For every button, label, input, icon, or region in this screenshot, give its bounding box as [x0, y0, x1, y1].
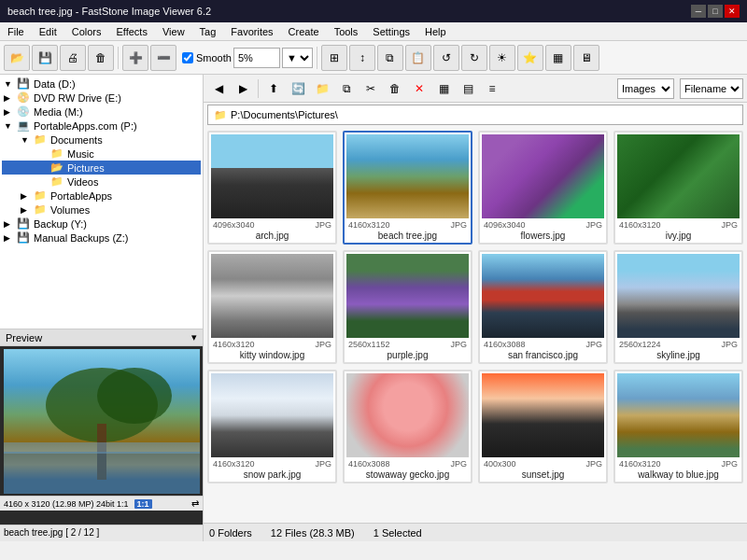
tree-folder-icon: 📀 [17, 91, 30, 104]
tree-item-8[interactable]: ▶📁PortableApps [2, 189, 201, 203]
menu-item-file[interactable]: File [4, 25, 28, 38]
paste-button[interactable]: 📋 [405, 45, 431, 71]
tree-item-label: Volumes [50, 204, 90, 216]
tree-expand-icon[interactable]: ▶ [21, 191, 32, 201]
tree-expand-icon[interactable]: ▼ [21, 135, 32, 145]
fit-button[interactable]: ⊞ [321, 45, 347, 71]
thumb-image [211, 134, 333, 218]
smooth-checkbox[interactable] [182, 52, 193, 63]
thumb-item-8[interactable]: 4160x3120JPGsnow park.jpg [207, 370, 337, 483]
zoom-arrow-select[interactable]: ▼ [282, 48, 313, 68]
new-folder-button[interactable]: 📁 [311, 77, 333, 100]
folder-tree[interactable]: ▼💾Data (D:)▶📀DVD RW Drive (E:)▶💿Media (M… [0, 75, 203, 329]
tree-expand-icon[interactable]: ▶ [4, 93, 15, 103]
delete-nav-button[interactable]: 🗑 [384, 77, 406, 100]
rotate-l-button[interactable]: ↺ [433, 45, 459, 71]
preview-nav-icon[interactable]: ⇄ [191, 498, 199, 509]
tree-item-7[interactable]: 📁Videos [2, 175, 201, 189]
view-type-select[interactable]: Images All Files [617, 78, 674, 99]
print-button[interactable]: 🖨 [60, 45, 86, 71]
menu-item-effects[interactable]: Effects [113, 25, 151, 38]
rotate-r-button[interactable]: ↻ [461, 45, 487, 71]
zoom-in-button[interactable]: ➕ [122, 45, 148, 71]
thumb-item-10[interactable]: 400x300JPGsunset.jpg [478, 370, 608, 483]
tree-item-2[interactable]: ▶💿Media (M:) [2, 105, 201, 119]
menu-item-view[interactable]: View [159, 25, 189, 38]
thumb-item-9[interactable]: 4160x3088JPGstowaway gecko.jpg [343, 370, 472, 483]
delete-red-button[interactable]: ✕ [408, 77, 430, 100]
tree-item-1[interactable]: ▶📀DVD RW Drive (E:) [2, 91, 201, 105]
menu-item-settings[interactable]: Settings [369, 25, 414, 38]
tree-item-4[interactable]: ▼📁Documents [2, 133, 201, 147]
menu-item-favorites[interactable]: Favorites [227, 25, 276, 38]
svg-point-1 [97, 368, 172, 424]
thumb-item-7[interactable]: 2560x1224JPGskyline.jpg [613, 250, 743, 364]
menu-item-edit[interactable]: Edit [35, 25, 61, 38]
preview-collapse-icon[interactable]: ▾ [191, 331, 197, 343]
tree-item-5[interactable]: 📁Music [2, 147, 201, 161]
tree-expand-icon[interactable]: ▶ [4, 219, 15, 229]
menu-item-tag[interactable]: Tag [196, 25, 220, 38]
up-button[interactable]: ⬆ [262, 77, 285, 100]
tree-expand-icon[interactable]: ▼ [4, 79, 15, 89]
svg-rect-4 [4, 442, 200, 454]
preview-panel: Preview ▾ [0, 329, 203, 525]
delete-button[interactable]: 🗑 [88, 45, 114, 71]
close-button[interactable]: ✕ [725, 5, 740, 18]
fullscreen-button[interactable]: 🖥 [573, 45, 599, 71]
grid-view-button[interactable]: ▦ [432, 77, 455, 100]
tree-item-label: Documents [50, 134, 103, 146]
tree-expand-icon[interactable]: ▶ [4, 107, 15, 117]
menu-item-tools[interactable]: Tools [331, 25, 362, 38]
tree-expand-icon[interactable]: ▼ [4, 121, 15, 131]
thumb-item-4[interactable]: 4160x3120JPGkitty window.jpg [207, 250, 337, 364]
tree-item-11[interactable]: ▶💾Manual Backups (Z:) [2, 231, 201, 245]
tree-item-6[interactable]: 📂Pictures [2, 161, 201, 175]
zoom-percent-input[interactable] [233, 48, 280, 68]
nav-sep-1 [258, 79, 259, 98]
forward-button[interactable]: ▶ [232, 77, 254, 100]
menu-item-colors[interactable]: Colors [68, 25, 106, 38]
thumb-item-3[interactable]: 4160x3120JPGivy.jpg [613, 131, 743, 245]
detail-view-button[interactable]: ≡ [481, 77, 503, 100]
thumb-button[interactable]: ▦ [545, 45, 571, 71]
tree-expand-icon[interactable]: ▶ [4, 233, 15, 243]
tree-item-0[interactable]: ▼💾Data (D:) [2, 77, 201, 91]
tree-item-9[interactable]: ▶📁Volumes [2, 203, 201, 217]
maximize-button[interactable]: □ [708, 5, 723, 18]
status-folders: 0 Folders [209, 527, 252, 539]
save-button[interactable]: 💾 [32, 45, 58, 71]
thumb-item-5[interactable]: 2560x1152JPGpurple.jpg [343, 250, 472, 364]
tree-expand-icon[interactable]: ▶ [21, 205, 32, 215]
open-button[interactable]: 📂 [4, 45, 30, 71]
thumb-item-6[interactable]: 4160x3088JPGsan francisco.jpg [478, 250, 608, 364]
tree-item-3[interactable]: ▼💻PortableApps.com (P:) [2, 119, 201, 133]
move-button[interactable]: ✂ [359, 77, 382, 100]
tree-folder-icon: 📁 [34, 203, 47, 216]
stretch-button[interactable]: ↕ [349, 45, 375, 71]
zoom-out-button[interactable]: ➖ [150, 45, 176, 71]
thumb-item-11[interactable]: 4160x3120JPGwalkway to blue.jpg [613, 370, 743, 483]
menu-item-create[interactable]: Create [285, 25, 323, 38]
thumb-filename: snow park.jpg [211, 469, 333, 480]
copy-button[interactable]: ⧉ [377, 45, 403, 71]
tree-item-label: Backup (Y:) [34, 218, 87, 230]
sort-select[interactable]: Filename Date Size [680, 78, 743, 99]
thumb-item-0[interactable]: 4096x3040JPGarch.jpg [207, 131, 337, 245]
brightness-button[interactable]: ☀ [489, 45, 515, 71]
refresh-button[interactable]: 🔄 [287, 77, 309, 100]
minimize-button[interactable]: ─ [691, 5, 706, 18]
copy-nav-button[interactable]: ⧉ [335, 77, 358, 100]
tree-item-label: PortableApps [50, 190, 112, 202]
path-bar[interactable]: 📁 P:\Documents\Pictures\ [207, 105, 743, 125]
thumb-item-1[interactable]: 4160x3120JPGbeach tree.jpg [343, 131, 472, 245]
tree-item-10[interactable]: ▶💾Backup (Y:) [2, 217, 201, 231]
tree-folder-icon: 💾 [17, 217, 30, 230]
thumb-item-2[interactable]: 4096x3040JPGflowers.jpg [478, 131, 608, 245]
status-files: 12 Files (28.3 MB) [271, 527, 355, 539]
thumb-dimensions: 4160x3120JPG [346, 220, 469, 230]
back-button[interactable]: ◀ [207, 77, 230, 100]
tag-button[interactable]: ⭐ [517, 45, 543, 71]
list-view-button[interactable]: ▤ [457, 77, 479, 100]
menu-item-help[interactable]: Help [421, 25, 450, 38]
